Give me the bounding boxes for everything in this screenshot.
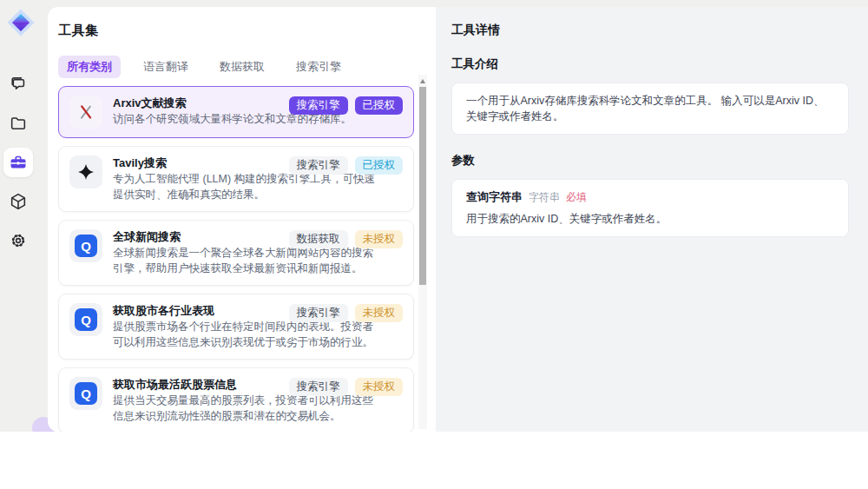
tool-card-description: 全球新闻搜索是一个聚合全球各大新闻网站内容的搜索引擎，帮助用户快速获取全球最新资… (113, 246, 382, 276)
param-description: 用于搜索的Arxiv ID、关键字或作者姓名。 (466, 211, 834, 227)
page-title: 工具集 (58, 23, 436, 39)
news-q-logo-icon: Q (75, 308, 97, 331)
scrollbar-thumb[interactable] (419, 87, 426, 285)
sidebar-item-files[interactable] (3, 109, 33, 138)
tool-card-2[interactable]: Q 全球新闻搜索 全球新闻搜索是一个聚合全球各大新闻网站内容的搜索引擎，帮助用户… (58, 220, 414, 286)
category-badge: 搜索引擎 (289, 304, 348, 322)
tool-icon-tile: Q (69, 229, 102, 262)
tool-card-4[interactable]: Q 获取市场最活跃股票信息 提供当天交易量最高的股票列表，投资者可以利用这些信息… (58, 367, 414, 432)
tool-icon-tile: Q (69, 303, 102, 336)
toolbox-icon (9, 153, 28, 172)
tool-card-list: Arxiv文献搜索 访问各个研究领域大量科学论文和文章的存储库。 搜索引擎 已授… (58, 86, 414, 432)
tool-card-description: 访问各个研究领域大量科学论文和文章的存储库。 (113, 112, 382, 128)
auth-status-badge: 未授权 (355, 304, 404, 322)
main-window: 工具集 所有类别语言翻译数据获取搜索引擎 Arxiv文献搜索 访问各个研究领域大… (48, 7, 868, 432)
scroll-up-arrow-icon[interactable] (418, 76, 427, 85)
gear-icon (9, 231, 28, 250)
app-logo-icon[interactable] (6, 8, 36, 37)
tool-card-description: 专为人工智能代理 (LLM) 构建的搜索引擎工具，可快速提供实时、准确和真实的结… (113, 172, 382, 202)
category-badge: 搜索引擎 (289, 156, 348, 175)
tool-card-0[interactable]: Arxiv文献搜索 访问各个研究领域大量科学论文和文章的存储库。 搜索引擎 已授… (58, 86, 414, 138)
tool-icon-tile (69, 96, 102, 129)
param-type: 字符串 (529, 190, 560, 205)
card-badges: 搜索引擎 未授权 (289, 378, 404, 396)
sidebar-item-tools[interactable] (3, 148, 33, 177)
details-title: 工具详情 (451, 23, 849, 38)
intro-heading: 工具介绍 (451, 56, 849, 72)
cube-icon (9, 192, 28, 211)
left-sidebar (0, 0, 48, 432)
tool-icon-tile: Q (69, 377, 102, 410)
tab-1[interactable]: 语言翻译 (135, 56, 197, 78)
card-badges: 搜索引擎 未授权 (289, 304, 404, 322)
news-q-logo-icon: Q (75, 235, 97, 257)
folder-icon (9, 114, 28, 133)
category-tabs: 所有类别语言翻译数据获取搜索引擎 (58, 56, 436, 78)
param-name: 查询字符串 (466, 189, 523, 205)
tool-card-description: 提供股票市场各个行业在特定时间段内的表现。投资者可以利用这些信息来识别表现优于或… (113, 320, 382, 350)
tab-3[interactable]: 搜索引擎 (287, 56, 350, 78)
tool-details-pane: 工具详情 工具介绍 一个用于从Arxiv存储库搜索科学论文和文章的工具。 输入可… (436, 7, 868, 432)
sidebar-item-chat[interactable] (3, 69, 33, 99)
auth-status-badge: 已授权 (355, 156, 404, 175)
tool-card-3[interactable]: Q 获取股市各行业表现 提供股票市场各个行业在特定时间段内的表现。投资者可以利用… (58, 294, 414, 360)
intro-box: 一个用于从Arxiv存储库搜索科学论文和文章的工具。 输入可以是Arxiv ID… (451, 83, 849, 135)
category-badge: 搜索引擎 (289, 96, 348, 115)
card-badges: 搜索引擎 已授权 (289, 96, 404, 115)
arxiv-logo-icon (76, 102, 96, 122)
sidebar-item-plugins[interactable] (3, 187, 33, 216)
auth-status-badge: 已授权 (355, 96, 404, 115)
list-scrollbar[interactable] (418, 75, 427, 429)
tool-card-1[interactable]: Tavily搜索 专为人工智能代理 (LLM) 构建的搜索引擎工具，可快速提供实… (58, 146, 414, 212)
card-badges: 数据获取 未授权 (289, 230, 404, 248)
param-box: 查询字符串 字符串 必填 用于搜索的Arxiv ID、关键字或作者姓名。 (451, 179, 849, 237)
param-required-badge: 必填 (566, 190, 587, 205)
news-q-logo-icon: Q (75, 382, 97, 405)
auth-status-badge: 未授权 (355, 378, 404, 396)
tool-icon-tile (69, 155, 102, 188)
app-window: 工具集 所有类别语言翻译数据获取搜索引擎 Arxiv文献搜索 访问各个研究领域大… (0, 0, 868, 432)
tool-list-pane: 工具集 所有类别语言翻译数据获取搜索引擎 Arxiv文献搜索 访问各个研究领域大… (48, 7, 436, 432)
category-badge: 搜索引擎 (289, 378, 348, 396)
chat-icon (9, 75, 28, 94)
params-heading: 参数 (451, 153, 849, 169)
card-badges: 搜索引擎 已授权 (289, 156, 404, 175)
sidebar-item-settings[interactable] (3, 226, 33, 255)
tool-card-description: 提供当天交易量最高的股票列表，投资者可以利用这些信息来识别流动性强的股票和潜在的… (113, 393, 382, 424)
param-header-row: 查询字符串 字符串 必填 (466, 189, 834, 205)
category-badge: 数据获取 (289, 230, 348, 248)
auth-status-badge: 未授权 (355, 230, 404, 248)
intro-text: 一个用于从Arxiv存储库搜索科学论文和文章的工具。 输入可以是Arxiv ID… (466, 93, 834, 124)
tab-0[interactable]: 所有类别 (58, 56, 121, 78)
tavily-star-icon (76, 162, 96, 182)
tab-2[interactable]: 数据获取 (211, 56, 273, 78)
